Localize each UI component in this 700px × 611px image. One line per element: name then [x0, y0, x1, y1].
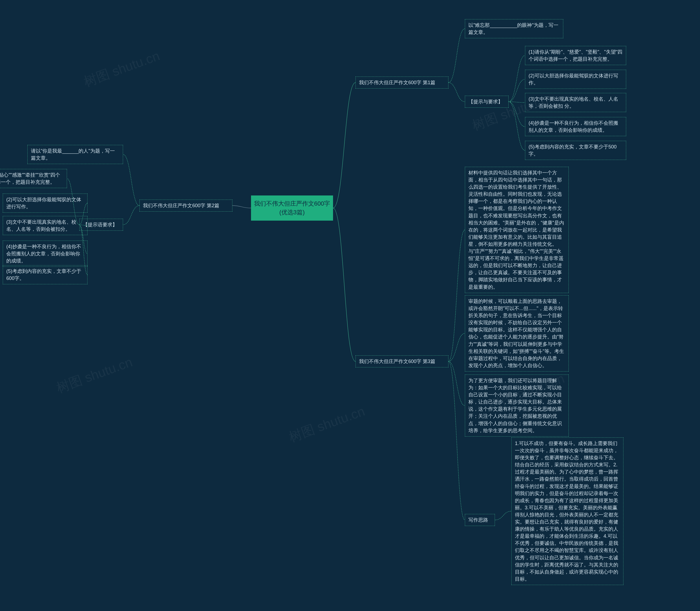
- branch-3-writing-label: 写作思路: [465, 514, 495, 526]
- branch-1-hint-3-text: (3)文中不要出现真实的地名、校名、人名等，否则会被扣 分。: [528, 96, 618, 109]
- branch-2-hint-2-text: (2)可以大胆选择你最能驾驭的文体进行写作。: [6, 197, 81, 209]
- branch-3-para-1-text: 材料中提供四句话让我们选择其中一个方面，相当于从四句话中选择其中一句话，那么四选…: [468, 170, 564, 290]
- branch-3-para-2: 审题的时候，可以顺着上面的思路去审题，或许会豁然开朗"可以不...但......…: [465, 295, 569, 372]
- branch-2-hint-3-text: (3)文中不要出现真实的地名、校名、人名等，否则会被扣分。: [6, 219, 76, 232]
- branch-2-prompt-text: 请以"你是我最______的人"为题，写一篇文章。: [31, 148, 115, 161]
- branch-1-hint-4-text: (4)抄袭是一种不良行为，相信你不会照搬别人的文章，否则会影响你的成绩。: [528, 120, 618, 133]
- branch-3-writing-text: 1.可以不成功，但要有奋斗。成长路上需要我们一次次的奋斗，虽并非每次奋斗都能迎来…: [511, 437, 623, 585]
- branch-1-hint-1: (1)请你从"期盼"、"慈爱"、"坚毅"、"失望"四个词语中选择一个，把题目补充…: [525, 46, 626, 65]
- branch-2-hints-label-text: 【提示语要求】: [83, 222, 117, 227]
- branch-2-hint-1-text: (1)请你从"贴心""感激""牵挂""欣赏"四个词语中选择一个，把题目补充完整。: [0, 172, 60, 185]
- branch-1-hint-1-text: (1)请你从"期盼"、"慈爱"、"坚毅"、"失望"四个词语中选择一个，把题目补充…: [528, 49, 622, 62]
- branch-3-writing-text-content: 1.可以不成功，但要有奋斗。成长路上需要我们一次次的奋斗，虽并非每次奋斗都能迎来…: [515, 441, 618, 582]
- branch-2-hint-5-text: (5)考虑到内容的充实，文章不少于600字。: [6, 268, 81, 281]
- branch-1-hint-5-text: (5)考虑到内容的充实，文章不要少于500字。: [528, 144, 616, 157]
- branch-3-para-2-text: 审题的时候，可以顺着上面的思路去审题，或许会豁然开朗"可以不...但......…: [468, 299, 564, 368]
- watermark: 树图 shutu.cn: [54, 353, 135, 397]
- branch-3-para-3-text: 为了更方便审题，我们还可以将题目理解为：如果一个大的目标比较难实现，可以给自己设…: [468, 378, 562, 433]
- branch-2-title: 我们不伟大但庄严作文600字 第2篇: [139, 199, 233, 212]
- branch-1-hint-4: (4)抄袭是一种不良行为，相信你不会照搬别人的文章，否则会影响你的成绩。: [525, 117, 626, 136]
- branch-2-prompt: 请以"你是我最______的人"为题，写一篇文章。: [27, 145, 123, 164]
- root-label: 我们不伟大但庄严作文600字(优选3篇): [254, 200, 330, 216]
- branch-2-label: 我们不伟大但庄严作文600字 第2篇: [143, 203, 219, 208]
- root-node: 我们不伟大但庄严作文600字(优选3篇): [251, 195, 333, 221]
- branch-3-writing-label-text: 写作思路: [468, 517, 488, 523]
- branch-3-para-1: 材料中提供四句话让我们选择其中一个方面，相当于从四句话中选择其中一句话，那么四选…: [465, 167, 569, 293]
- branch-1-hint-2-text: (2)可以大胆选择你最能驾驭的文体进行写作。: [528, 73, 618, 86]
- branch-2-hint-1: (1)请你从"贴心""感激""牵挂""欣赏"四个词语中选择一个，把题目补充完整。: [0, 169, 67, 188]
- branch-3-para-3: 为了更方便审题，我们还可以将题目理解为：如果一个大的目标比较难实现，可以给自己设…: [465, 374, 569, 436]
- branch-2-hint-4: (4)抄袭是一种不良行为，相信你不会照搬别人的文章，否则会影响你的成绩。: [3, 241, 88, 267]
- branch-2-hint-3: (3)文中不要出现真实的地名、校名、人名等，否则会被扣分。: [3, 216, 88, 235]
- branch-3-label: 我们不伟大但庄严作文600字 第3篇: [359, 359, 435, 364]
- branch-1-hint-2: (2)可以大胆选择你最能驾驭的文体进行写作。: [525, 70, 626, 89]
- branch-1-prompt: 以"难忘那__________的眼神"为题，写一篇文章。: [465, 19, 563, 38]
- branch-2-hint-5: (5)考虑到内容的充实，文章不少于600字。: [3, 265, 88, 284]
- branch-3-title: 我们不伟大但庄严作文600字 第3篇: [356, 355, 448, 368]
- branch-2-hint-4-text: (4)抄袭是一种不良行为，相信你不会照搬别人的文章，否则会影响你的成绩。: [6, 244, 81, 264]
- branch-1-hint-3: (3)文中不要出现真实的地名、校名、人名等，否则会被扣 分。: [525, 93, 626, 112]
- branch-1-hints-label: 【提示与要求】: [465, 96, 509, 108]
- branch-1-prompt-text: 以"难忘那__________的眼神"为题，写一篇文章。: [468, 23, 558, 35]
- branch-1-hints-label-text: 【提示与要求】: [468, 99, 503, 104]
- branch-1-title: 我们不伟大但庄严作文600字 第1篇: [356, 77, 448, 89]
- branch-2-hint-2: (2)可以大胆选择你最能驾驭的文体进行写作。: [3, 194, 88, 213]
- branch-1-label: 我们不伟大但庄严作文600字 第1篇: [359, 80, 435, 85]
- branch-1-hint-5: (5)考虑到内容的充实，文章不要少于500字。: [525, 141, 626, 160]
- watermark: 树图 shutu.cn: [81, 47, 162, 91]
- watermark: 树图 shutu.cn: [286, 402, 367, 446]
